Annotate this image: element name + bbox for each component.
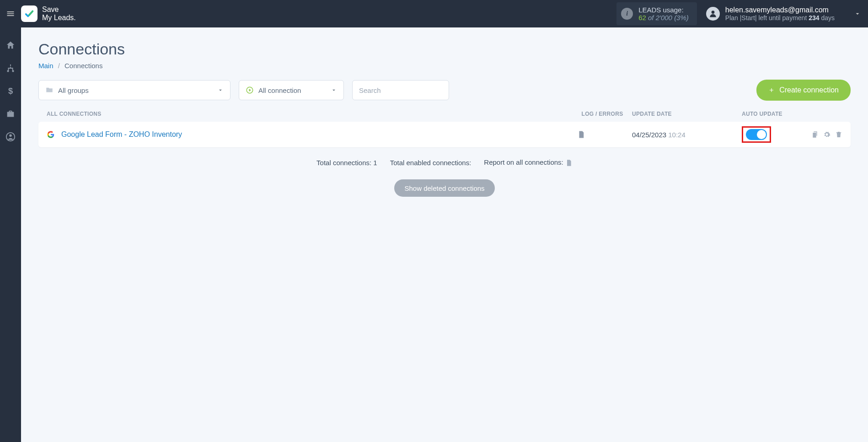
hamburger-menu[interactable] — [0, 0, 21, 27]
google-icon — [47, 130, 55, 139]
avatar-icon — [706, 7, 720, 21]
page-title: Connections — [38, 40, 851, 58]
dollar-icon: $ — [5, 86, 16, 96]
info-icon: i — [621, 8, 633, 20]
settings-button[interactable] — [823, 131, 830, 138]
document-icon — [577, 130, 585, 139]
col-header-date: UPDATE DATE — [627, 111, 719, 117]
breadcrumb-separator: / — [58, 62, 60, 70]
user-circle-icon — [5, 132, 16, 142]
leads-usage[interactable]: i LEADS usage: 62 of 2'000 (3%) — [616, 2, 697, 25]
groups-select-label: All groups — [58, 86, 213, 94]
col-header-all: ALL CONNECTIONS — [47, 111, 577, 117]
status-select-label: All connection — [258, 86, 326, 94]
logo-badge — [21, 5, 38, 22]
col-header-auto: AUTO UPDATE — [719, 111, 801, 117]
plus-icon — [768, 87, 775, 93]
chevron-down-icon — [854, 10, 861, 17]
sitemap-icon — [5, 63, 16, 73]
svg-point-3 — [9, 135, 12, 137]
trash-icon — [835, 131, 842, 138]
breadcrumb-current: Connections — [64, 62, 102, 70]
account-chevron[interactable] — [854, 10, 861, 17]
status-select[interactable]: All connection — [239, 80, 344, 100]
account-text: helen.savemyleads@gmail.com Plan |Start|… — [725, 6, 835, 22]
document-icon[interactable] — [565, 158, 573, 166]
sidebar-item-billing[interactable]: $ — [5, 86, 16, 96]
logo-text: Save My Leads. — [42, 5, 76, 22]
sidebar-item-profile[interactable] — [5, 132, 16, 142]
report-all: Report on all connections: — [484, 158, 573, 167]
table-header: ALL CONNECTIONS LOG / ERRORS UPDATE DATE… — [38, 111, 851, 122]
create-connection-label: Create connection — [779, 86, 839, 94]
chevron-down-icon — [217, 87, 224, 93]
actions-cell — [801, 131, 842, 138]
groups-select[interactable]: All groups — [38, 80, 230, 100]
auto-update-toggle[interactable] — [746, 129, 767, 140]
log-cell[interactable] — [577, 130, 627, 139]
toggle-highlight — [742, 126, 771, 143]
total-enabled: Total enabled connections: — [390, 159, 472, 167]
gear-icon — [823, 131, 830, 138]
copy-icon — [811, 131, 819, 138]
svg-text:$: $ — [8, 86, 13, 96]
col-header-log: LOG / ERRORS — [577, 111, 627, 117]
hamburger-icon — [6, 9, 15, 18]
home-icon — [5, 40, 16, 50]
chevron-down-icon — [331, 87, 337, 93]
filters-row: All groups All connection Create — [38, 80, 851, 101]
breadcrumb: Main / Connections — [38, 62, 851, 70]
search-input[interactable] — [352, 80, 449, 100]
breadcrumb-main[interactable]: Main — [38, 62, 54, 70]
connection-name-cell: Google Lead Form - ZOHO Inventory — [47, 130, 577, 139]
sidebar-item-briefcase[interactable] — [5, 109, 16, 119]
svg-point-0 — [711, 11, 714, 14]
show-deleted-button[interactable]: Show deleted connections — [394, 179, 494, 197]
play-circle-icon — [246, 86, 254, 94]
summary-row: Total connections: 1 Total enabled conne… — [38, 158, 851, 167]
connection-link[interactable]: Google Lead Form - ZOHO Inventory — [61, 130, 182, 139]
sidebar: $ — [0, 27, 21, 442]
briefcase-icon — [5, 109, 16, 119]
sidebar-item-connections[interactable] — [5, 63, 16, 73]
logo[interactable]: Save My Leads. — [21, 5, 76, 22]
leads-usage-text: LEADS usage: 62 of 2'000 (3%) — [638, 6, 689, 22]
folder-icon — [45, 86, 54, 94]
copy-button[interactable] — [811, 131, 819, 138]
checkmark-icon — [24, 9, 34, 19]
topbar: Save My Leads. i LEADS usage: 62 of 2'00… — [0, 0, 868, 27]
auto-update-cell — [719, 126, 801, 143]
delete-button[interactable] — [835, 131, 842, 138]
create-connection-button[interactable]: Create connection — [756, 80, 851, 101]
sidebar-item-home[interactable] — [5, 40, 16, 50]
total-connections: Total connections: 1 — [316, 159, 377, 167]
connection-row: Google Lead Form - ZOHO Inventory 04/25/… — [38, 122, 851, 147]
account-area[interactable]: helen.savemyleads@gmail.com Plan |Start|… — [706, 6, 861, 22]
main-content: Connections Main / Connections All group… — [21, 27, 868, 442]
date-cell: 04/25/2023 10:24 — [627, 131, 719, 139]
